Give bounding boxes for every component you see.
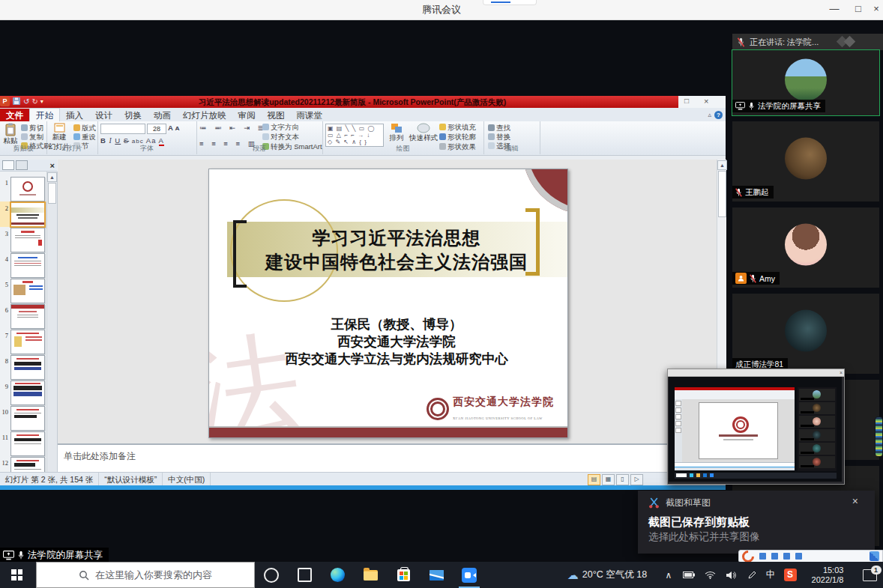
- normal-view-button[interactable]: ▤: [588, 474, 600, 485]
- slide-thumbnail-3[interactable]: 3: [0, 227, 46, 252]
- panel-close-icon[interactable]: ×: [50, 161, 55, 170]
- align-text-button[interactable]: 对齐文本: [262, 133, 299, 141]
- current-slide[interactable]: 法 学习习近平法治思想 建设中国特色社会主义法治强国 王保民（教授、博导） 西安…: [208, 169, 568, 438]
- layout-button[interactable]: 版式: [73, 124, 96, 132]
- slide-thumbnail-11[interactable]: 11: [0, 431, 46, 456]
- replace-button[interactable]: 替换: [488, 133, 510, 141]
- slide-thumbnail-2-selected[interactable]: 2: [0, 201, 46, 227]
- slide-thumbnail-8[interactable]: 8: [0, 354, 46, 380]
- action-center-button[interactable]: 1: [856, 562, 883, 588]
- status-language[interactable]: 中文(中国): [163, 473, 211, 486]
- canvas-scroll-up-icon[interactable]: ▲: [717, 160, 727, 170]
- panel-scrollbar[interactable]: ▲: [46, 172, 57, 472]
- top-docked-toolbar[interactable]: [483, 0, 537, 5]
- minimize-button[interactable]: —: [822, 0, 847, 19]
- help-icon[interactable]: ?: [714, 111, 723, 119]
- participant-tile-3[interactable]: Amy: [732, 207, 879, 288]
- task-view-button[interactable]: [288, 562, 321, 588]
- canvas-scroll-thumb[interactable]: [718, 171, 726, 217]
- tab-animations[interactable]: 动画: [148, 109, 177, 122]
- undo-icon[interactable]: ↺: [23, 97, 29, 106]
- taskbar-search[interactable]: 在这里输入你要搜索的内容: [36, 562, 255, 588]
- share-preview-window[interactable]: ×: [667, 369, 845, 485]
- close-button[interactable]: ×: [864, 0, 883, 19]
- participant-tile-1[interactable]: 法学院的屏幕共享: [732, 50, 879, 115]
- reset-button[interactable]: 重设: [73, 133, 96, 141]
- ime-tool-icon[interactable]: [759, 553, 766, 560]
- powerpoint-app-icon[interactable]: P: [0, 97, 10, 106]
- ime-tool-icon[interactable]: [783, 553, 790, 560]
- cortana-button[interactable]: [255, 562, 288, 588]
- save-icon[interactable]: [12, 97, 21, 106]
- slide-thumbnail-5[interactable]: 5: [0, 278, 46, 303]
- tab-file[interactable]: 文件: [0, 109, 29, 122]
- battery-button[interactable]: [679, 562, 699, 588]
- tab-view[interactable]: 视图: [262, 109, 291, 122]
- slide-thumbnail-6[interactable]: 6: [0, 303, 46, 329]
- redo-icon[interactable]: ↻: [31, 97, 37, 106]
- slide-sorter-button[interactable]: ▦: [602, 474, 615, 485]
- text-direction-button[interactable]: 文字方向: [262, 123, 299, 131]
- tab-design[interactable]: 设计: [89, 109, 118, 122]
- meeting-app-button[interactable]: [453, 562, 486, 588]
- file-explorer-button[interactable]: [354, 562, 387, 588]
- tab-transitions[interactable]: 切换: [118, 109, 148, 122]
- cut-button[interactable]: 剪切: [21, 124, 43, 132]
- toast-close-icon[interactable]: ×: [852, 495, 858, 507]
- panel-scroll-thumb[interactable]: [48, 183, 56, 204]
- volume-button[interactable]: [721, 562, 741, 588]
- tab-review[interactable]: 审阅: [232, 109, 262, 122]
- tray-expand-button[interactable]: ∧: [660, 562, 678, 588]
- ime-toolbar[interactable]: [738, 550, 883, 563]
- mail-button[interactable]: [420, 562, 453, 588]
- ppt-close-button[interactable]: ×: [704, 97, 708, 106]
- shape-outline-button[interactable]: 形状轮廓: [439, 133, 476, 141]
- tab-slideshow[interactable]: 幻灯片放映: [177, 109, 232, 122]
- ppt-restore-button[interactable]: □: [684, 97, 689, 105]
- edge-button[interactable]: [321, 562, 354, 588]
- preview-titlebar[interactable]: ×: [668, 369, 844, 377]
- ime-mode-button[interactable]: 中: [762, 562, 780, 588]
- toast-subtitle[interactable]: 选择此处标记并共享图像: [648, 530, 760, 544]
- reading-view-button[interactable]: ▯: [616, 474, 629, 485]
- copy-button[interactable]: 复制: [21, 133, 43, 141]
- sogou-ime-button[interactable]: S: [781, 562, 799, 588]
- tab-rain-classroom[interactable]: 雨课堂: [291, 109, 329, 122]
- font-name-combobox[interactable]: [100, 124, 145, 134]
- panel-scroll-up-icon[interactable]: ▲: [47, 172, 57, 182]
- slides-tab-icon[interactable]: [2, 160, 14, 170]
- list-indent-buttons[interactable]: ≔ ≕ ⇤ ⇥ ≣: [199, 124, 266, 132]
- find-button[interactable]: 查找: [488, 124, 510, 132]
- font-size-combobox[interactable]: 28: [147, 124, 166, 134]
- arrange-button[interactable]: 排列: [385, 122, 408, 143]
- notes-pane[interactable]: 单击此处添加备注: [58, 443, 717, 473]
- participant-tile-4[interactable]: 成正博法学81: [732, 294, 879, 374]
- tab-home[interactable]: 开始: [29, 108, 60, 122]
- windows-ink-button[interactable]: [742, 562, 762, 588]
- slide-thumbnail-9[interactable]: 9: [0, 380, 46, 405]
- participant-tile-2[interactable]: 王鹏起: [732, 121, 879, 201]
- slideshow-button[interactable]: ▷: [630, 474, 643, 485]
- store-button[interactable]: [387, 562, 420, 588]
- paste-button[interactable]: 粘贴: [1, 122, 19, 146]
- ime-tool-icon[interactable]: [795, 553, 802, 560]
- slide-thumbnail-4[interactable]: 4: [0, 252, 46, 278]
- grow-shrink-font-icons[interactable]: A ᴀ: [168, 124, 180, 132]
- weather-widget[interactable]: ☁ 20°C 空气优 18: [558, 562, 656, 588]
- ppt-titlebar[interactable]: P ↺ ↻ ▾ 习近平法治思想解读updated20211212最新简版 - M…: [0, 96, 678, 108]
- slide-thumbnail-10[interactable]: 10: [0, 405, 46, 431]
- slide-thumbnail-7[interactable]: 7: [0, 329, 46, 354]
- start-button[interactable]: [0, 562, 33, 588]
- snip-sketch-toast[interactable]: 截图和草图 × 截图已保存到剪贴板 选择此处标记并共享图像: [638, 491, 875, 554]
- clock[interactable]: 15:032022/1/8: [801, 562, 855, 588]
- qat-dropdown-icon[interactable]: ▾: [40, 98, 43, 105]
- preview-close-icon[interactable]: ×: [840, 369, 843, 376]
- sidebar-collapse-handle[interactable]: [875, 416, 883, 457]
- ime-tool-icon[interactable]: [771, 553, 778, 560]
- ribbon-collapse-icon[interactable]: ▵: [708, 111, 711, 118]
- tab-insert[interactable]: 插入: [60, 109, 89, 122]
- shape-fill-button[interactable]: 形状填充: [439, 123, 476, 131]
- quick-styles-button[interactable]: 快速样式: [409, 122, 438, 143]
- outline-tab-icon[interactable]: [16, 160, 28, 170]
- slide-thumbnail-1[interactable]: 1: [0, 176, 46, 201]
